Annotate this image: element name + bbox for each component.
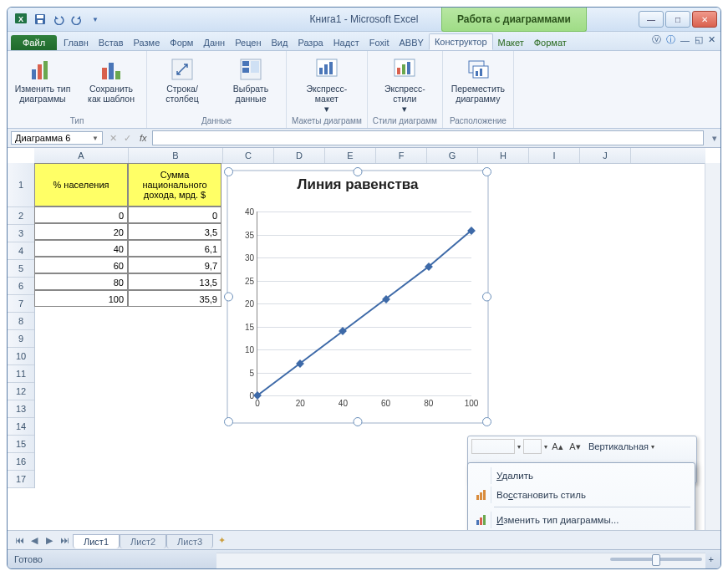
increase-font-icon[interactable]: A▴ xyxy=(550,439,565,454)
row-header-12[interactable]: 12 xyxy=(8,383,34,400)
select-data-button[interactable]: Выбратьданные xyxy=(221,54,281,104)
row-header-14[interactable]: 14 xyxy=(8,418,34,436)
tab-вид[interactable]: Вид xyxy=(267,35,293,50)
tab-встав[interactable]: Встав xyxy=(94,35,129,50)
expand-formula-bar-icon[interactable]: ▾ xyxy=(709,133,720,144)
table-header-cell[interactable]: Сумма национального дохода, мрд. $ xyxy=(128,163,221,206)
table-cell[interactable]: 60 xyxy=(34,257,128,273)
table-header-cell[interactable]: % населения xyxy=(34,163,128,206)
quick-styles-button[interactable]: Экспресс-стили▾ xyxy=(374,54,435,114)
save-as-template-button[interactable]: Сохранитькак шаблон xyxy=(81,54,141,104)
tab-макет[interactable]: Макет xyxy=(493,35,529,50)
quick-layout-button[interactable]: Экспресс-макет▾ xyxy=(297,54,357,114)
tab-разра[interactable]: Разра xyxy=(293,35,328,50)
table-cell[interactable]: 35,9 xyxy=(128,290,221,307)
sheet-nav-next-icon[interactable]: ▶ xyxy=(43,535,56,546)
undo-icon[interactable] xyxy=(51,12,66,27)
table-cell[interactable]: 3,5 xyxy=(128,223,221,240)
column-header-D[interactable]: D xyxy=(274,148,325,163)
context-menu-delete[interactable]: Удалить xyxy=(471,466,692,485)
name-box[interactable]: Диаграмма 6 ▼ xyxy=(11,131,103,145)
font-family-arrow-icon[interactable]: ▾ xyxy=(517,443,521,451)
row-header-16[interactable]: 16 xyxy=(8,453,34,471)
column-header-B[interactable]: B xyxy=(129,148,223,163)
column-header-G[interactable]: G xyxy=(427,148,478,163)
table-cell[interactable]: 0 xyxy=(34,206,128,223)
accept-formula-icon[interactable]: ✓ xyxy=(120,133,135,144)
cells-grid[interactable]: % населенияСумма национального дохода, м… xyxy=(34,163,221,307)
font-family-dropdown[interactable] xyxy=(471,439,515,454)
tab-конструктор[interactable]: Конструктор xyxy=(429,33,493,50)
table-cell[interactable]: 100 xyxy=(34,290,128,307)
row-header-2[interactable]: 2 xyxy=(8,207,34,225)
help-icon[interactable]: ⓘ xyxy=(666,33,675,46)
row-header-10[interactable]: 10 xyxy=(8,348,34,365)
mdi-restore-icon[interactable]: ◱ xyxy=(695,34,703,45)
font-size-dropdown[interactable] xyxy=(523,439,542,454)
fx-icon[interactable]: fx xyxy=(135,133,152,143)
tab-foxit[interactable]: Foxit xyxy=(364,35,395,50)
tab-разме[interactable]: Разме xyxy=(129,35,165,50)
tab-надст[interactable]: Надст xyxy=(328,35,364,50)
row-header-11[interactable]: 11 xyxy=(8,365,34,383)
move-chart-button[interactable]: Переместитьдиаграмму xyxy=(448,54,508,104)
file-tab[interactable]: Файл xyxy=(11,35,57,50)
zoom-in-icon[interactable]: + xyxy=(709,554,714,564)
row-header-5[interactable]: 5 xyxy=(8,260,34,278)
sheet-nav-last-icon[interactable]: ⏭ xyxy=(58,535,71,545)
vertical-scrollbar[interactable] xyxy=(705,163,720,530)
tab-главн[interactable]: Главн xyxy=(59,35,94,50)
sheet-tab-Лист3[interactable]: Лист3 xyxy=(166,534,213,548)
save-icon[interactable] xyxy=(33,12,48,27)
formula-input[interactable] xyxy=(152,130,704,145)
tab-рецен[interactable]: Рецен xyxy=(230,35,266,50)
new-sheet-icon[interactable]: ✦ xyxy=(218,535,226,546)
row-header-15[interactable]: 15 xyxy=(8,436,34,453)
chart-plot-area[interactable]: 0510152025303540020406080100 xyxy=(257,212,471,396)
column-header-A[interactable]: A xyxy=(34,148,129,163)
tab-форм[interactable]: Форм xyxy=(165,35,198,50)
vertical-axis-label[interactable]: Вертикальная xyxy=(588,441,649,451)
column-header-C[interactable]: C xyxy=(223,148,274,163)
row-header-8[interactable]: 8 xyxy=(8,313,34,330)
font-size-arrow-icon[interactable]: ▾ xyxy=(544,443,547,451)
maximize-button[interactable]: □ xyxy=(665,11,690,28)
qat-dropdown-icon[interactable]: ▼ xyxy=(88,12,103,27)
table-cell[interactable]: 13,5 xyxy=(128,273,221,290)
sheet-tab-Лист2[interactable]: Лист2 xyxy=(120,534,166,548)
row-header-1[interactable]: 1 xyxy=(8,163,34,207)
table-cell[interactable]: 6,1 xyxy=(128,240,221,257)
chart-series-line[interactable] xyxy=(257,212,471,395)
context-menu-select-data[interactable]: Выбрать данные... xyxy=(471,529,692,530)
context-menu-reset-style[interactable]: Восстановить стиль xyxy=(471,485,692,504)
chart-object[interactable]: Линия равенства 051015202530354002040608… xyxy=(227,170,489,424)
tab-abby[interactable]: ABBY xyxy=(395,35,429,50)
tab-данн[interactable]: Данн xyxy=(198,35,230,50)
column-header-H[interactable]: H xyxy=(478,148,529,163)
row-header-13[interactable]: 13 xyxy=(8,400,34,418)
sheet-nav-prev-icon[interactable]: ◀ xyxy=(28,535,41,546)
minimize-button[interactable]: — xyxy=(639,11,664,28)
row-header-7[interactable]: 7 xyxy=(8,295,34,313)
row-header-9[interactable]: 9 xyxy=(8,330,34,348)
change-chart-type-button[interactable]: Изменить типдиаграммы xyxy=(13,54,73,104)
redo-icon[interactable] xyxy=(69,12,84,27)
column-header-F[interactable]: F xyxy=(376,148,427,163)
table-cell[interactable]: 40 xyxy=(34,240,128,257)
decrease-font-icon[interactable]: A▾ xyxy=(568,439,583,454)
sheet-tab-Лист1[interactable]: Лист1 xyxy=(73,534,120,548)
row-header-6[interactable]: 6 xyxy=(8,278,34,295)
tab-формат[interactable]: Формат xyxy=(529,35,572,50)
mdi-close-icon[interactable]: ✕ xyxy=(708,34,715,45)
vertical-arrow-icon[interactable]: ▾ xyxy=(651,443,654,451)
zoom-slider[interactable] xyxy=(610,558,702,561)
row-header-3[interactable]: 3 xyxy=(8,225,34,242)
table-cell[interactable]: 80 xyxy=(34,273,128,290)
mdi-minimize-icon[interactable]: — xyxy=(680,35,690,45)
table-cell[interactable]: 20 xyxy=(34,223,128,240)
table-cell[interactable]: 9,7 xyxy=(128,257,221,273)
close-button[interactable]: ✕ xyxy=(692,11,717,28)
column-header-I[interactable]: I xyxy=(529,148,580,163)
column-header-E[interactable]: E xyxy=(325,148,376,163)
row-header-4[interactable]: 4 xyxy=(8,242,34,260)
